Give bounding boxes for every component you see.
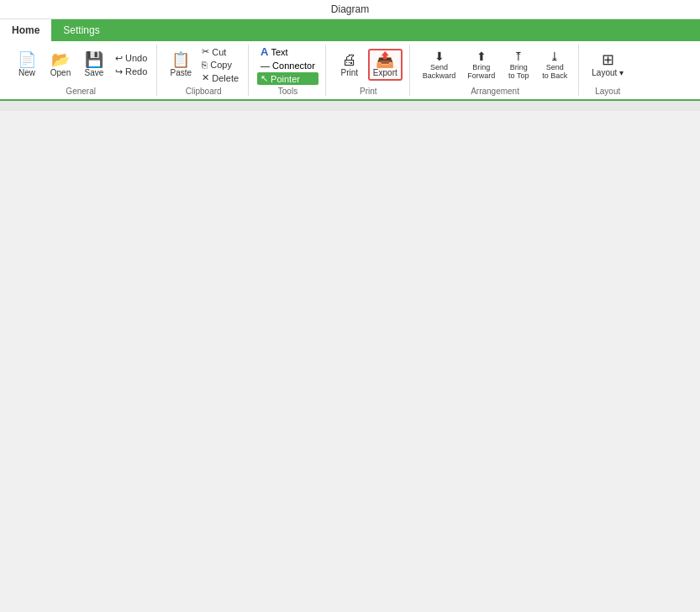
delete-icon: ✕ (202, 72, 209, 83)
copy-button[interactable]: ⎘ Copy (199, 59, 241, 71)
text-icon: A (261, 45, 268, 58)
connector-icon: — (261, 61, 270, 71)
redo-icon: ↪ (115, 66, 123, 77)
print-buttons: 🖨 Print 📤 Export (334, 45, 403, 85)
connector-label: Connector (272, 61, 315, 71)
save-label: Save (85, 68, 104, 77)
ribbon: 📄 New 📂 Open 💾 Save ↩ Undo ↪ Redo (0, 41, 700, 101)
group-print: 🖨 Print 📤 Export Print (328, 45, 410, 96)
pointer-tool[interactable]: ↖ Pointer (257, 72, 318, 85)
general-buttons: 📄 New 📂 Open 💾 Save ↩ Undo ↪ Redo (12, 45, 150, 85)
bring-to-top-label: Bringto Top (508, 63, 529, 80)
open-label: Open (50, 68, 71, 77)
cut-label: Cut (212, 47, 226, 57)
pointer-icon: ↖ (261, 73, 268, 84)
tab-settings[interactable]: Settings (51, 19, 111, 41)
undo-label: Undo (125, 53, 147, 63)
title-bar: Diagram (0, 0, 700, 19)
text-tool[interactable]: A Text (257, 45, 318, 59)
layout-button[interactable]: ⊞ Layout ▾ (587, 50, 628, 80)
tools-label: Tools (278, 87, 297, 96)
arrangement-label: Arrangement (471, 87, 519, 96)
cut-icon: ✂ (202, 46, 209, 57)
undo-redo-col: ↩ Undo ↪ Redo (113, 52, 150, 78)
bring-to-top-icon: ⤒ (513, 50, 524, 62)
new-button[interactable]: 📄 New (12, 50, 42, 80)
undo-button[interactable]: ↩ Undo (113, 52, 150, 65)
paste-icon: 📋 (171, 52, 190, 67)
print-icon: 🖨 (342, 52, 357, 67)
cut-copy-del-col: ✂ Cut ⎘ Copy ✕ Delete (199, 45, 241, 84)
tools-col: A Text — Connector ↖ Pointer (257, 45, 318, 85)
export-button[interactable]: 📤 Export (368, 49, 403, 81)
delete-label: Delete (212, 73, 239, 83)
new-label: New (18, 68, 35, 77)
export-icon: 📤 (376, 52, 394, 67)
copy-icon: ⎘ (202, 60, 208, 70)
new-icon: 📄 (18, 52, 36, 67)
print-button[interactable]: 🖨 Print (334, 50, 365, 80)
export-label: Export (373, 68, 397, 77)
bring-forward-icon: ⬆ (476, 50, 487, 62)
bring-forward-label: BringForward (467, 63, 495, 80)
send-to-back-label: Sendto Back (542, 63, 567, 80)
save-icon: 💾 (85, 52, 103, 67)
send-to-back-icon: ⤓ (550, 50, 560, 62)
delete-button[interactable]: ✕ Delete (199, 71, 241, 84)
layout-label: Layout (595, 87, 620, 96)
print-label: Print (341, 68, 359, 77)
layout-buttons: ⊞ Layout ▾ (587, 45, 628, 85)
paste-label: Paste (171, 68, 192, 77)
save-button[interactable]: 💾 Save (79, 50, 109, 80)
open-button[interactable]: 📂 Open (45, 50, 76, 80)
print-label: Print (360, 87, 377, 96)
copy-label: Copy (210, 60, 232, 70)
send-backward-label: SendBackward (423, 63, 456, 80)
layout-icon: ⊞ (602, 52, 614, 67)
redo-button[interactable]: ↪ Redo (113, 66, 150, 78)
send-backward-icon: ⬇ (434, 50, 445, 62)
arrangement-buttons: ⬇ SendBackward ⬆ BringForward ⤒ Bringto … (418, 45, 572, 85)
bring-to-top-button[interactable]: ⤒ Bringto Top (503, 48, 534, 82)
group-general: 📄 New 📂 Open 💾 Save ↩ Undo ↪ Redo (5, 45, 157, 96)
title-label: Diagram (331, 3, 369, 15)
pointer-label: Pointer (271, 74, 300, 84)
bring-forward-button[interactable]: ⬆ BringForward (463, 48, 499, 82)
send-to-back-button[interactable]: ⤓ Sendto Back (538, 48, 571, 82)
group-layout: ⊞ Layout ▾ Layout (581, 45, 634, 96)
tools-buttons: A Text — Connector ↖ Pointer (257, 45, 318, 85)
group-clipboard: 📋 Paste ✂ Cut ⎘ Copy ✕ Delete Clipboard (159, 45, 249, 96)
layout-label: Layout ▾ (592, 68, 624, 77)
tab-bar: Home Settings (0, 19, 700, 41)
connector-tool[interactable]: — Connector (257, 60, 318, 71)
send-backward-button[interactable]: ⬇ SendBackward (418, 48, 461, 82)
clipboard-buttons: 📋 Paste ✂ Cut ⎘ Copy ✕ Delete (166, 45, 241, 85)
clipboard-label: Clipboard (186, 87, 222, 96)
redo-label: Redo (125, 66, 147, 76)
tab-home[interactable]: Home (0, 19, 51, 41)
general-label: General (66, 87, 96, 96)
undo-icon: ↩ (115, 53, 123, 64)
cut-button[interactable]: ✂ Cut (199, 45, 241, 58)
text-label: Text (271, 47, 287, 57)
canvas-area: First Game Second Game Third Game Final … (0, 101, 700, 111)
group-arrangement: ⬇ SendBackward ⬆ BringForward ⤒ Bringto … (412, 45, 580, 96)
group-tools: A Text — Connector ↖ Pointer Tools (250, 45, 326, 96)
paste-button[interactable]: 📋 Paste (166, 50, 196, 80)
open-icon: 📂 (51, 52, 70, 67)
